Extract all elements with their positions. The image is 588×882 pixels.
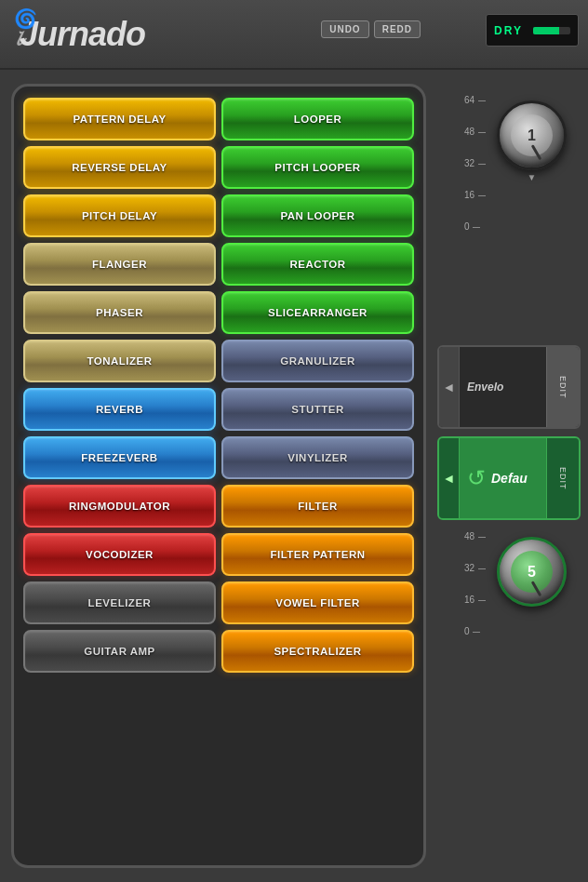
effect-btn-pitch-delay[interactable]: PITCH DELAY: [23, 194, 216, 237]
effect-btn-stutter[interactable]: STUTTER: [221, 388, 414, 431]
right-panel: 64 48 32 16 0: [437, 70, 588, 882]
effect-label-freezeverb: FREEZEVERB: [81, 452, 157, 463]
effect-label-stutter: STUTTER: [291, 404, 344, 415]
header: 🌀 𝓵Jurnado UNDO REDD DRY: [0, 0, 588, 70]
scale-0: 0: [464, 222, 481, 232]
effect-btn-filter[interactable]: FILTER: [221, 485, 414, 528]
knob-outer-bottom[interactable]: 5: [497, 537, 567, 607]
dry-bar-fill: [533, 27, 559, 34]
redo-button[interactable]: REDD: [374, 20, 421, 38]
main-content: PATTERN DELAYLOOPERREVERSE DELAYPITCH LO…: [0, 70, 588, 882]
effect-btn-spectralizer[interactable]: SPECTRALIZER: [221, 630, 414, 673]
effect-label-granulizer: GRANULIZER: [280, 355, 354, 367]
effect-label-reactor: REACTOR: [289, 259, 345, 270]
knob-inner-top: 1: [511, 114, 553, 156]
effect-label-tonalizer: TONALIZER: [87, 355, 152, 367]
scale-bottom-16: 16: [464, 595, 486, 605]
default-section: ◄ ↺ Defau EDIT: [437, 436, 581, 520]
effect-btn-levelizer[interactable]: LEVELIZER: [23, 581, 216, 624]
scale-marks-top: 64 48 32 16 0: [464, 96, 486, 234]
effect-label-pitch-delay: PITCH DELAY: [82, 210, 157, 221]
effect-btn-reverse-delay[interactable]: REVERSE DELAY: [23, 146, 216, 189]
effect-btn-reverb[interactable]: REVERB: [23, 388, 216, 431]
effect-label-levelizer: LEVELIZER: [88, 597, 152, 608]
knob-top-value: 1: [528, 127, 536, 144]
effect-btn-pan-looper[interactable]: PAN LOOPER: [221, 194, 414, 237]
effects-grid-container: PATTERN DELAYLOOPERREVERSE DELAYPITCH LO…: [11, 84, 426, 868]
knob-bottom[interactable]: 5: [497, 537, 567, 607]
envelope-section: ◄ Envelο EDIT: [437, 345, 581, 429]
effect-btn-phaser[interactable]: PHASER: [23, 291, 216, 334]
effect-btn-ringmodulator[interactable]: RINGMODULATOR: [23, 485, 216, 528]
effect-btn-pattern-delay[interactable]: PATTERN DELAY: [23, 98, 216, 140]
effect-label-spectralizer: SPECTRALIZER: [274, 646, 361, 657]
effect-label-vinylizer: VINYLIZER: [287, 452, 348, 463]
effect-btn-filter-pattern[interactable]: FILTER PATTERN: [221, 533, 414, 576]
effect-btn-vowel-filter[interactable]: VOWEL FILTER: [221, 581, 414, 624]
default-title: Defau: [491, 471, 528, 486]
envelope-arrow[interactable]: ◄: [439, 347, 460, 427]
effect-label-reverb: REVERB: [96, 404, 143, 415]
effects-grid: PATTERN DELAYLOOPERREVERSE DELAYPITCH LO…: [23, 98, 414, 673]
effect-label-pattern-delay: PATTERN DELAY: [73, 114, 166, 125]
effect-label-flanger: FLANGER: [92, 259, 147, 270]
effect-btn-looper[interactable]: LOOPER: [221, 98, 414, 140]
effect-label-pitch-looper: PITCH LOOPER: [274, 162, 360, 173]
effect-label-pan-looper: PAN LOOPER: [280, 210, 354, 221]
knob-top[interactable]: 1 ▼: [497, 100, 567, 170]
scale-48: 48: [464, 127, 486, 137]
default-edit-button[interactable]: EDIT: [546, 438, 579, 518]
dry-display: DRY: [486, 14, 579, 47]
knob-outer-top[interactable]: 1: [497, 100, 567, 170]
effect-btn-reactor[interactable]: REACTOR: [221, 243, 414, 286]
effect-btn-slicearranger[interactable]: SLICEARRANGER: [221, 291, 414, 334]
knob-arrow-top: ▼: [497, 172, 567, 182]
knob-inner-bottom: 5: [511, 551, 553, 593]
logo-mark: 🌀: [14, 7, 37, 30]
scale-bottom-48: 48: [464, 532, 486, 541]
scale-16: 16: [464, 191, 486, 200]
effect-btn-pitch-looper[interactable]: PITCH LOOPER: [221, 146, 414, 189]
dry-bar: [533, 27, 570, 34]
header-buttons: UNDO REDD: [321, 20, 421, 38]
effect-btn-tonalizer[interactable]: TONALIZER: [23, 340, 216, 382]
effect-btn-guitar-amp[interactable]: GUITAR AMP: [23, 630, 216, 673]
effect-label-vocodizer: VOCODIZER: [86, 549, 154, 560]
effect-label-filter: FILTER: [298, 501, 337, 512]
effects-panel: PATTERN DELAYLOOPERREVERSE DELAYPITCH LO…: [0, 70, 437, 882]
envelope-edit-button[interactable]: EDIT: [546, 347, 579, 427]
effect-btn-vocodizer[interactable]: VOCODIZER: [23, 533, 216, 576]
scale-32: 32: [464, 159, 486, 168]
effect-label-filter-pattern: FILTER PATTERN: [270, 549, 365, 560]
effect-label-reverse-delay: REVERSE DELAY: [72, 162, 167, 173]
knob-bottom-value: 5: [528, 564, 536, 581]
dry-label: DRY: [494, 24, 523, 37]
effect-label-vowel-filter: VOWEL FILTER: [275, 597, 360, 608]
knob-section-bottom: 48 32 16 0: [437, 528, 581, 875]
default-icon: ↺: [467, 465, 486, 491]
scale-bottom-32: 32: [464, 564, 486, 573]
scale-bottom-0: 0: [464, 627, 481, 636]
effect-label-looper: LOOPER: [294, 114, 342, 125]
scale-marks-bottom: 48 32 16 0: [464, 532, 486, 638]
effect-btn-freezeverb[interactable]: FREEZEVERB: [23, 436, 216, 479]
effect-btn-vinylizer[interactable]: VINYLIZER: [221, 436, 414, 479]
effect-label-guitar-amp: GUITAR AMP: [84, 646, 155, 657]
knob-section-top: 64 48 32 16 0: [437, 77, 581, 338]
effect-btn-granulizer[interactable]: GRANULIZER: [221, 340, 414, 382]
effect-btn-flanger[interactable]: FLANGER: [23, 243, 216, 286]
effect-label-slicearranger: SLICEARRANGER: [268, 307, 368, 318]
effect-label-ringmodulator: RINGMODULATOR: [69, 501, 170, 512]
default-arrow[interactable]: ◄: [439, 438, 460, 518]
undo-button[interactable]: UNDO: [321, 20, 368, 38]
effect-label-phaser: PHASER: [96, 307, 143, 318]
scale-64: 64: [464, 96, 486, 105]
